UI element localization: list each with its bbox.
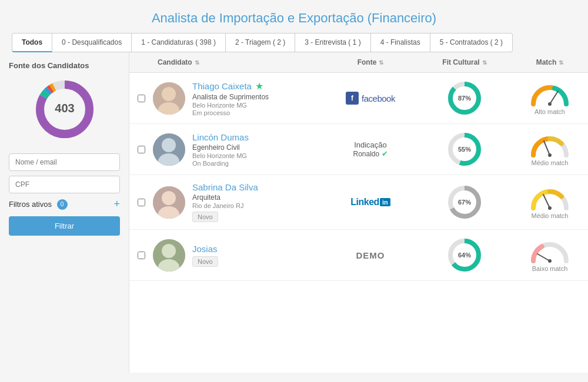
fit-cell-1: 87% <box>417 80 512 116</box>
svg-point-22 <box>548 153 552 157</box>
facebook-label: facebook <box>362 93 395 103</box>
match-label-3: Médio match <box>532 212 569 219</box>
match-label-1: Alto match <box>534 108 565 115</box>
tab-finalistas[interactable]: 4 - Finalistas <box>371 33 430 52</box>
gauge-svg-1 <box>529 82 571 106</box>
cpf-input[interactable] <box>9 176 120 193</box>
filtros-label: Filtros ativos 0 <box>9 199 68 210</box>
filtrar-button[interactable]: Filtrar <box>9 216 120 236</box>
candidate-name-2[interactable]: Lincón Dumas <box>192 132 323 142</box>
star-icon-1: ★ <box>255 81 263 92</box>
fit-cell-4: 64% <box>417 237 512 273</box>
avatar-3 <box>153 186 185 219</box>
indicacao-label-2: Indicação <box>353 140 387 149</box>
row-checkbox-2[interactable] <box>129 146 153 153</box>
row-checkbox-4[interactable] <box>129 252 153 259</box>
gauge-cell-3: Médio match <box>512 186 588 219</box>
svg-point-16 <box>162 138 176 152</box>
fonte-cell-3: Linkedin <box>323 197 417 207</box>
col-header-fit: Fit Cultural ⇅ <box>417 58 512 66</box>
fonte-cell-1: f facebook <box>323 92 417 105</box>
candidate-name-4[interactable]: Josias <box>192 244 323 254</box>
svg-point-38 <box>548 259 552 263</box>
linkedin-logo-3: Linkedin <box>350 197 390 207</box>
table-header: Candidato ⇅ Fonte ⇅ Fit Cultural ⇅ Match… <box>129 52 588 73</box>
row-checkbox-3[interactable] <box>129 199 153 206</box>
fit-cell-3: 67% <box>417 184 512 220</box>
filtros-plus-button[interactable]: + <box>113 198 120 210</box>
tab-triagem[interactable]: 2 - Triagem ( 2 ) <box>226 33 295 52</box>
row-checkbox-1[interactable] <box>129 95 153 102</box>
fit-donut-1: 87% <box>446 80 483 116</box>
demo-logo-4: DEMO <box>356 250 385 260</box>
match-label-4: Baixo match <box>532 265 568 272</box>
fonte-facebook-1: f facebook <box>346 92 395 105</box>
candidate-status-2: On Boarding <box>192 160 323 167</box>
candidate-details-3: Sabrina Da Silva Arquiteta Rio de Janeir… <box>192 182 323 222</box>
candidate-name-1[interactable]: Thiago Caixeta ★ <box>192 81 323 92</box>
fit-cell-2: 55% <box>417 131 512 167</box>
svg-point-8 <box>162 87 176 101</box>
svg-point-32 <box>162 244 176 258</box>
gauge-cell-4: Baixo match <box>512 239 588 272</box>
gauge-cell-2: Médio match <box>512 133 588 166</box>
tabs-bar: Todos 0 - Desqualificados 1 - Candidatur… <box>0 33 588 52</box>
svg-point-24 <box>162 191 176 205</box>
main-layout: Fonte dos Candidatos 403 Fi <box>0 52 588 373</box>
candidate-info-2: Lincón Dumas Egenheiro Civil Belo Horizo… <box>153 132 323 167</box>
table-row: Lincón Dumas Egenheiro Civil Belo Horizo… <box>129 124 588 175</box>
avatar-2 <box>153 133 185 166</box>
gauge-svg-2 <box>529 133 571 158</box>
candidate-role-2: Egenheiro Civil <box>192 143 323 152</box>
tab-candidaturas[interactable]: 1 - Candidaturas ( 398 ) <box>132 33 226 52</box>
sort-candidato-icon[interactable]: ⇅ <box>195 59 199 66</box>
table-row: Thiago Caixeta ★ Analista de Suprimentos… <box>129 73 588 124</box>
fonte-cell-2: Indicação Ronaldo ✔ <box>323 140 417 158</box>
filtros-badge: 0 <box>57 199 68 210</box>
sort-match-icon[interactable]: ⇅ <box>559 59 563 66</box>
gauge-cell-1: Alto match <box>512 82 588 115</box>
candidate-details-2: Lincón Dumas Egenheiro Civil Belo Horizo… <box>192 132 323 167</box>
col-header-candidato: Candidato ⇅ <box>153 58 323 66</box>
sort-fit-icon[interactable]: ⇅ <box>482 59 487 66</box>
candidate-location-2: Belo Horizonte MG <box>192 152 323 159</box>
badge-new-4: Novo <box>192 256 218 267</box>
candidate-info-1: Thiago Caixeta ★ Analista de Suprimentos… <box>153 81 323 116</box>
col-header-match: Match ⇅ <box>512 58 588 66</box>
sidebar: Fonte dos Candidatos 403 Fi <box>0 52 129 373</box>
name-email-input[interactable] <box>9 153 120 171</box>
candidate-name-3[interactable]: Sabrina Da Silva <box>192 182 323 192</box>
sort-fonte-icon[interactable]: ⇅ <box>379 59 383 66</box>
svg-point-14 <box>548 102 552 106</box>
tab-contratados[interactable]: 5 - Contratados ( 2 ) <box>430 33 513 52</box>
svg-line-29 <box>543 195 550 208</box>
facebook-icon: f <box>346 92 359 105</box>
svg-line-21 <box>544 141 550 155</box>
col-header-fonte: Fonte ⇅ <box>323 58 417 66</box>
match-label-2: Médio match <box>532 159 569 166</box>
candidate-role-1: Analista de Suprimentos <box>192 93 323 101</box>
fit-donut-3: 67% <box>446 184 483 220</box>
sidebar-source-title: Fonte dos Candidatos <box>9 61 120 70</box>
candidate-status-1: Em processo <box>192 109 323 116</box>
candidate-details-1: Thiago Caixeta ★ Analista de Suprimentos… <box>192 81 323 116</box>
tab-entrevista[interactable]: 3 - Entrevista ( 1 ) <box>295 33 370 52</box>
indicacao-person-2: Ronaldo ✔ <box>353 149 387 158</box>
avatar-1 <box>153 82 185 115</box>
avatar-4 <box>153 239 185 272</box>
candidate-info-3: Sabrina Da Silva Arquiteta Rio de Janeir… <box>153 182 323 222</box>
candidate-location-3: Rio de Janeiro RJ <box>192 202 323 209</box>
gauge-svg-4 <box>529 239 571 263</box>
table-row: Sabrina Da Silva Arquiteta Rio de Janeir… <box>129 175 588 230</box>
tab-desqualificados[interactable]: 0 - Desqualificados <box>52 33 132 52</box>
donut-chart: 403 <box>32 77 97 142</box>
gauge-svg-3 <box>529 186 571 210</box>
check-icon-2: ✔ <box>382 149 388 158</box>
filtros-ativos-row: Filtros ativos 0 + <box>9 198 120 210</box>
page-title: Analista de Importação e Exportação (Fin… <box>0 0 588 33</box>
tab-todos[interactable]: Todos <box>12 33 52 52</box>
svg-text:67%: 67% <box>458 199 471 206</box>
svg-point-30 <box>548 206 552 210</box>
svg-text:403: 403 <box>55 102 74 115</box>
table-row: Josias Novo DEMO 64% <box>129 230 588 281</box>
